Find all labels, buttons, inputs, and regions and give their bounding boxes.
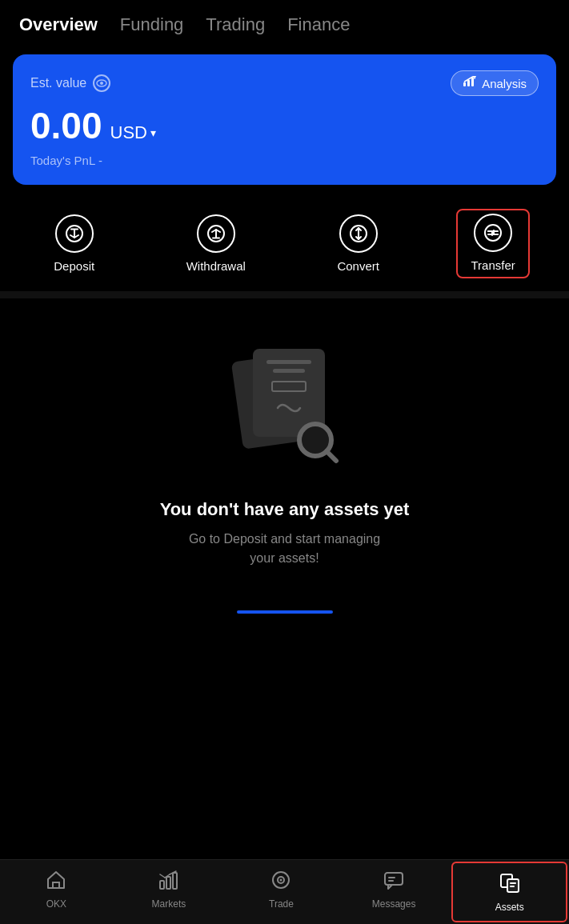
svg-line-18 (327, 451, 336, 461)
balance-currency[interactable]: USD ▾ (110, 122, 156, 143)
home-icon (46, 870, 66, 895)
pnl-label: Today's PnL (30, 154, 95, 167)
transfer-label: Transfer (471, 258, 515, 272)
empty-title: You don't have any assets yet (160, 499, 410, 520)
est-value-label: Est. value (30, 74, 110, 92)
svg-rect-19 (53, 882, 59, 888)
bottom-nav-messages[interactable]: Messages (338, 860, 451, 924)
section-separator (0, 292, 569, 298)
actions-row: Deposit Withdrawal Convert (0, 199, 569, 292)
assets-icon (499, 873, 520, 898)
svg-rect-20 (160, 881, 164, 889)
currency-dropdown-arrow: ▾ (150, 126, 156, 139)
bottom-nav-assets[interactable]: Assets (451, 862, 567, 922)
bottom-nav-okx[interactable]: OKX (0, 860, 113, 924)
progress-bar-wrapper (0, 610, 569, 614)
svg-rect-3 (467, 80, 470, 86)
balance-value: 0.00 (30, 104, 102, 147)
messages-icon (383, 870, 404, 895)
pnl-value: - (98, 154, 102, 167)
eye-icon[interactable] (93, 74, 110, 92)
withdrawal-action[interactable]: Withdrawal (172, 210, 260, 278)
svg-rect-4 (471, 78, 474, 86)
empty-state: You don't have any assets yet Go to Depo… (0, 298, 569, 602)
deposit-icon (55, 214, 94, 253)
progress-bar (237, 610, 333, 614)
nav-funding[interactable]: Funding (120, 14, 184, 35)
bottom-nav-okx-label: OKX (46, 898, 66, 910)
markets-icon (158, 870, 179, 895)
est-value-text: Est. value (30, 76, 86, 90)
deposit-label: Deposit (54, 259, 94, 273)
withdrawal-icon (197, 214, 235, 253)
analysis-button[interactable]: Analysis (451, 70, 539, 96)
chart-icon (463, 76, 477, 90)
svg-rect-22 (173, 873, 177, 889)
withdrawal-label: Withdrawal (186, 259, 246, 273)
empty-illustration (221, 349, 349, 477)
deposit-action[interactable]: Deposit (39, 210, 109, 278)
transfer-action[interactable]: Transfer (456, 209, 529, 278)
convert-label: Convert (337, 259, 379, 273)
pnl-row: Today's PnL - (30, 154, 539, 167)
nav-overview[interactable]: Overview (19, 14, 98, 35)
svg-rect-29 (385, 873, 403, 885)
convert-action[interactable]: Convert (323, 210, 394, 278)
top-nav: Overview Funding Trading Finance (0, 0, 569, 46)
balance-card: Est. value Analysis 0.00 (13, 54, 556, 185)
bottom-nav-trade-label: Trade (269, 898, 294, 910)
bottom-nav-messages-label: Messages (372, 898, 416, 910)
svg-point-28 (280, 879, 282, 882)
balance-amount: 0.00 USD ▾ (30, 104, 539, 147)
empty-subtitle: Go to Deposit and start managingyour ass… (189, 530, 380, 568)
svg-rect-2 (463, 82, 466, 86)
svg-point-1 (100, 82, 103, 85)
bottom-nav-markets-label: Markets (152, 898, 186, 910)
bottom-nav-trade[interactable]: Trade (225, 860, 338, 924)
analysis-label: Analysis (482, 77, 527, 90)
bottom-nav-markets[interactable]: Markets (113, 860, 226, 924)
convert-icon (339, 214, 378, 253)
svg-line-23 (160, 874, 165, 878)
nav-finance[interactable]: Finance (287, 14, 350, 35)
bottom-nav-assets-label: Assets (495, 902, 524, 913)
nav-trading[interactable]: Trading (206, 14, 265, 35)
svg-rect-21 (166, 877, 170, 889)
transfer-icon (474, 214, 512, 252)
bottom-nav: OKX Markets Trade (0, 859, 569, 924)
est-value-row: Est. value Analysis (30, 70, 539, 96)
trade-icon (270, 870, 291, 895)
